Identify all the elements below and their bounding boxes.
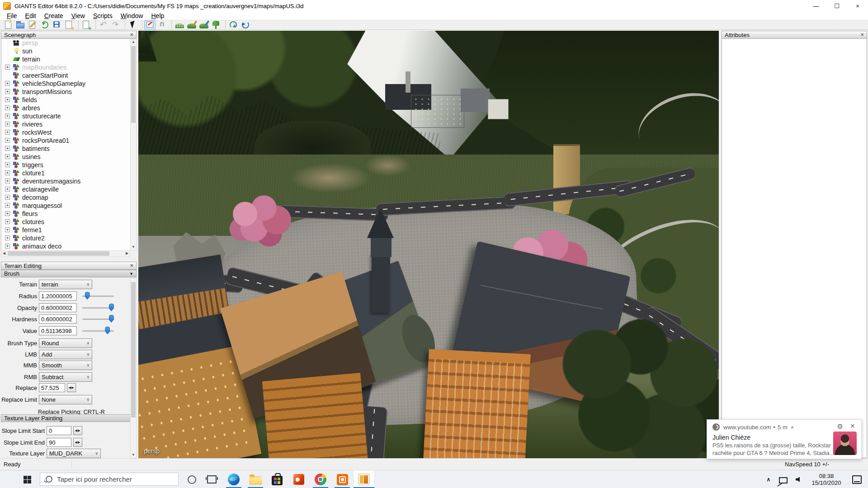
expand-toggle[interactable]: + [5,203,10,208]
slope-end-input[interactable]: 90 [47,438,71,447]
menu-scripts[interactable]: Scripts [89,12,117,20]
volume-tray-button[interactable] [791,470,807,488]
replace-input[interactable]: 57.525 [39,383,65,392]
hardness-slider[interactable] [82,315,114,323]
terrain-sculpt-icon[interactable] [174,20,185,30]
terrain-detail-icon[interactable] [198,20,209,30]
scrollbar-thumb[interactable] [131,282,136,418]
scenegraph-item-structurecarte[interactable]: +structurecarte [1,112,130,120]
clock[interactable]: 08:38 15/10/2020 [807,470,846,488]
start-button[interactable] [16,470,38,488]
radius-slider[interactable] [82,292,114,300]
scenegraph-item-clotures[interactable]: +clotures [1,218,130,226]
action-center-button[interactable] [846,470,868,488]
redo-icon[interactable] [110,20,121,30]
scenegraph-horizontal-scrollbar[interactable]: ◀ ▶ [1,250,130,257]
scenegraph-vertical-scrollbar[interactable]: ▲ ▼ [130,39,137,250]
scenegraph-item-decomap[interactable]: +decomap [1,193,130,202]
notification-popup[interactable]: www.youtube.com • 5 m ∧ ⚙ × Julien Chièz… [707,419,862,459]
scenegraph-item-arbres[interactable]: +arbres [1,104,130,112]
expand-toggle[interactable]: + [5,187,10,192]
minimize-button[interactable]: — [806,0,826,12]
expand-toggle[interactable]: + [5,154,10,159]
expand-toggle[interactable]: + [5,89,10,94]
task-view-button[interactable] [202,470,222,488]
terrain-combo[interactable]: terrain ∨ [39,280,92,289]
slope-start-input[interactable]: 0 [47,426,71,435]
maximize-button[interactable]: ☐ [826,0,847,12]
scroll-left-icon[interactable]: ◀ [1,251,7,256]
expand-toggle[interactable]: + [5,162,10,167]
visualization-icon[interactable] [240,20,251,30]
taskbar-app-office[interactable] [288,470,310,488]
close-button[interactable]: × [847,0,868,12]
scenegraph-item-usines[interactable]: +usines [1,153,130,161]
scenegraph-item-careerStartPoint[interactable]: careerStartPoint [1,71,130,80]
taskbar-app-microsoft-store[interactable] [266,470,288,488]
texture-section-header[interactable]: Texture Layer Painting ▼ [1,414,137,422]
close-icon[interactable]: × [860,32,864,38]
value-input[interactable]: 0.51136398 [39,326,77,335]
menu-create[interactable]: Create [40,12,67,20]
undo-icon[interactable] [98,20,109,30]
scenegraph-item-rocksPortArea01[interactable]: +rocksPortArea01 [1,136,130,145]
opacity-slider[interactable] [82,304,114,312]
close-icon[interactable]: × [130,263,133,269]
expand-toggle[interactable]: + [5,113,10,118]
scroll-right-icon[interactable]: ▶ [124,251,130,256]
mmb-combo[interactable]: Smooth ∨ [39,361,92,370]
new-file-icon[interactable] [2,20,14,30]
expand-toggle[interactable]: + [5,105,10,110]
scenegraph-item-sun[interactable]: sun [1,47,130,55]
menu-help[interactable]: Help [147,12,168,20]
taskbar-app-capture-app[interactable] [331,470,353,488]
menu-file[interactable]: File [3,12,21,20]
expand-toggle[interactable]: + [5,138,10,143]
scroll-up-icon[interactable]: ▲ [131,39,136,45]
expand-toggle[interactable]: + [5,81,10,86]
cortana-button[interactable] [182,470,202,488]
expand-toggle[interactable]: + [5,146,10,151]
scenegraph-item-terrain[interactable]: terrain [1,55,130,63]
open-file-icon[interactable] [14,20,26,30]
search-input[interactable] [56,475,171,483]
texture-layer-combo[interactable]: MUD_DARK ∨ [47,449,101,458]
tray-chevron-icon[interactable]: ∧ [762,470,775,488]
slope-start-stepper[interactable]: ◀▶ [73,426,82,435]
select-tool-icon[interactable] [127,20,138,30]
replace-stepper[interactable]: ◀▶ [67,383,76,392]
scenegraph-item-transportMissions[interactable]: +transportMissions [1,88,130,96]
rmb-combo[interactable]: Subtract ∨ [39,372,92,382]
scenegraph-item-rivieres[interactable]: +rivieres [1,120,130,128]
expand-toggle[interactable]: + [5,219,10,224]
expand-toggle[interactable]: + [5,211,10,216]
scroll-down-icon[interactable]: ▼ [131,244,136,250]
foliage-paint-icon[interactable] [210,20,222,30]
expand-toggle[interactable]: + [5,65,10,70]
reload-assets-icon[interactable] [227,20,239,30]
scroll-down-icon[interactable]: ▼ [131,452,136,458]
scenegraph-item-cloture1[interactable]: +cloture1 [1,169,130,177]
brush-type-combo[interactable]: Round ∨ [39,338,92,348]
scenegraph-item-persp[interactable]: persp [1,39,130,47]
terrain-panel-scrollbar[interactable]: ▼ [130,278,137,458]
expand-toggle[interactable]: + [5,235,10,240]
taskbar-app-file-explorer[interactable] [245,470,266,488]
scenegraph-item-triggers[interactable]: +triggers [1,161,130,169]
expand-toggle[interactable]: + [5,227,10,232]
reload-scene-icon[interactable] [39,20,50,30]
scenegraph-item-animaux-deco[interactable]: +animaux deco [1,242,130,250]
close-icon[interactable]: × [850,422,855,431]
expand-toggle[interactable]: + [5,195,10,200]
scenegraph-item-deventuresmagasins[interactable]: +deventuresmagasins [1,177,130,185]
menu-window[interactable]: Window [117,12,147,20]
collapse-chevron-icon[interactable]: ∧ [791,425,794,430]
import-icon[interactable] [80,20,92,30]
expand-toggle[interactable]: + [5,130,10,135]
taskbar-app-edge[interactable] [223,470,245,488]
taskbar-search[interactable] [40,473,179,486]
expand-toggle[interactable]: + [5,170,10,175]
scenegraph-item-fields[interactable]: +fields [1,96,130,104]
navigate-tool-icon[interactable] [144,20,156,30]
brush-section-header[interactable]: Brush ▼ [1,270,137,277]
